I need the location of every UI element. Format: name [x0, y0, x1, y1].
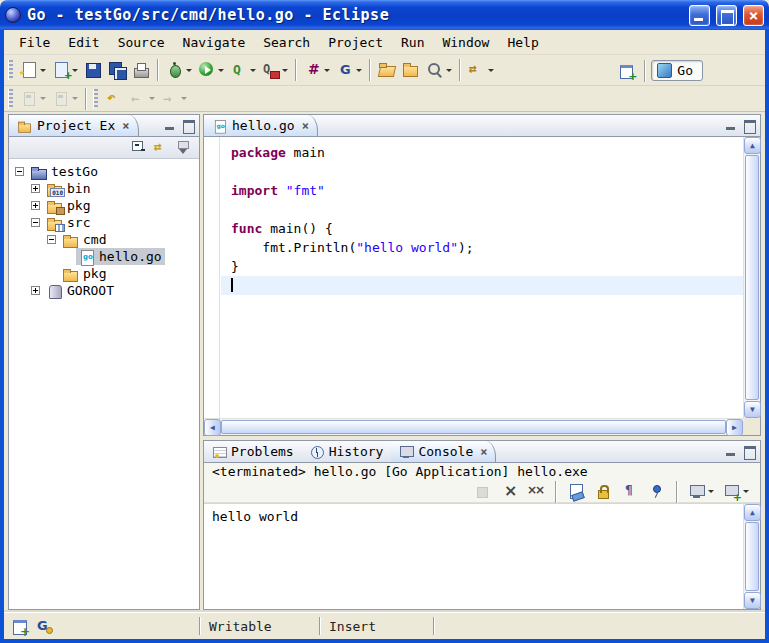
tab-console[interactable]: Console× — [391, 441, 496, 462]
tree-expander-plus-icon[interactable] — [31, 184, 40, 193]
titlebar[interactable]: Go - testGo/src/cmd/hello.go - Eclipse — [0, 0, 769, 30]
last-edit-location-button[interactable] — [102, 87, 126, 111]
toolbar-drag-handle[interactable] — [8, 89, 13, 109]
tree-item-hello-go[interactable]: hello.go — [9, 248, 199, 265]
dropdown-arrow-icon[interactable] — [40, 69, 46, 72]
open-resource-button[interactable] — [399, 58, 423, 82]
next-annotation-button[interactable] — [17, 87, 49, 111]
maximize-view-icon[interactable] — [181, 119, 195, 132]
open-console-button[interactable] — [720, 480, 752, 504]
scroll-up-arrow-icon[interactable]: ▲ — [744, 137, 761, 154]
new-go-project-button[interactable] — [49, 58, 81, 82]
code-line-1[interactable]: package main — [221, 143, 743, 162]
tree-node[interactable]: pkg — [60, 265, 109, 282]
fast-view-icon[interactable] — [12, 618, 29, 635]
dropdown-arrow-icon[interactable] — [186, 69, 192, 72]
remove-launch-button[interactable] — [497, 480, 521, 504]
code-line-7[interactable]: } — [221, 257, 743, 276]
dropdown-arrow-icon[interactable] — [40, 97, 46, 100]
annotation-ruler[interactable] — [204, 137, 220, 418]
tree-item-bin[interactable]: bin — [9, 180, 199, 197]
code-line-8[interactable] — [221, 276, 743, 295]
dropdown-arrow-icon[interactable] — [446, 69, 452, 72]
close-tab-icon[interactable]: × — [302, 119, 309, 133]
tree-item-src[interactable]: src — [9, 214, 199, 231]
tab-problems[interactable]: Problems — [204, 441, 302, 462]
link-with-editor-button[interactable] — [152, 139, 172, 157]
tree-node[interactable]: hello.go — [76, 248, 165, 265]
remove-all-terminated-button[interactable] — [524, 480, 548, 504]
dropdown-arrow-icon[interactable] — [218, 69, 224, 72]
scroll-left-arrow-icon[interactable]: ◀ — [204, 419, 221, 436]
tree-node[interactable]: testGo — [28, 163, 101, 180]
tree-node[interactable]: cmd — [60, 231, 109, 248]
console-vertical-scrollbar[interactable]: ▲ ▼ — [743, 504, 760, 609]
scroll-down-arrow-icon[interactable]: ▼ — [744, 401, 761, 418]
editor-vertical-scrollbar[interactable]: ▲ ▼ — [743, 137, 760, 418]
minimize-view-icon[interactable] — [163, 119, 177, 132]
scrollbar-thumb[interactable] — [745, 522, 759, 591]
external-tools-button[interactable] — [259, 58, 291, 82]
toolbar-drag-handle[interactable] — [93, 89, 98, 109]
tree-expander-minus-icon[interactable] — [31, 218, 40, 227]
menu-item-file[interactable]: File — [10, 32, 59, 53]
menu-item-help[interactable]: Help — [498, 32, 547, 53]
dropdown-arrow-icon[interactable] — [356, 69, 362, 72]
dropdown-arrow-icon[interactable] — [488, 69, 494, 72]
tree-item-testgo[interactable]: testGo — [9, 163, 199, 180]
print-button[interactable] — [129, 58, 153, 82]
team-synchronize-button[interactable] — [465, 58, 497, 82]
tree-expander-minus-icon[interactable] — [47, 235, 56, 244]
tree-item-pkg[interactable]: pkg — [9, 265, 199, 282]
tree-expander-minus-icon[interactable] — [15, 167, 24, 176]
tree-node[interactable]: bin — [44, 180, 93, 197]
tree-item-cmd[interactable]: cmd — [9, 231, 199, 248]
minimize-view-icon[interactable] — [724, 119, 738, 132]
menu-item-search[interactable]: Search — [254, 32, 319, 53]
dropdown-arrow-icon[interactable] — [282, 69, 288, 72]
maximize-view-icon[interactable] — [742, 119, 756, 132]
open-folder-button[interactable] — [375, 58, 399, 82]
scroll-up-arrow-icon[interactable]: ▲ — [744, 504, 761, 521]
code-line-6[interactable]: fmt.Println("hello world"); — [221, 238, 743, 257]
go-tools-button[interactable] — [333, 58, 365, 82]
scroll-right-arrow-icon[interactable]: ▶ — [726, 419, 743, 436]
new-wizard-button[interactable] — [17, 58, 49, 82]
scrollbar-thumb[interactable] — [221, 420, 726, 434]
maximize-view-icon[interactable] — [742, 445, 756, 458]
dropdown-arrow-icon[interactable] — [181, 97, 187, 100]
menu-item-source[interactable]: Source — [109, 32, 174, 53]
debug-button[interactable] — [163, 58, 195, 82]
word-wrap-button[interactable] — [618, 480, 642, 504]
code-line-4[interactable] — [221, 200, 743, 219]
dropdown-arrow-icon[interactable] — [743, 490, 749, 493]
save-all-button[interactable] — [105, 58, 129, 82]
menu-item-edit[interactable]: Edit — [59, 32, 108, 53]
menu-item-window[interactable]: Window — [433, 32, 498, 53]
open-perspective-button[interactable] — [615, 60, 639, 82]
previous-annotation-button[interactable] — [49, 87, 81, 111]
pin-console-button[interactable] — [645, 480, 669, 504]
forward-button[interactable] — [158, 87, 190, 111]
tab-hello-go[interactable]: hello.go × — [204, 115, 318, 136]
close-button[interactable] — [743, 5, 764, 26]
dropdown-arrow-icon[interactable] — [149, 97, 155, 100]
menu-item-project[interactable]: Project — [319, 32, 392, 53]
minimize-button[interactable] — [689, 5, 710, 26]
close-tab-icon[interactable]: × — [480, 445, 487, 459]
dropdown-arrow-icon[interactable] — [250, 69, 256, 72]
run-button[interactable] — [195, 58, 227, 82]
dropdown-arrow-icon[interactable] — [72, 69, 78, 72]
menu-item-run[interactable]: Run — [392, 32, 433, 53]
tab-project-explorer[interactable]: Project Ex × — [9, 115, 139, 136]
maximize-button[interactable] — [716, 5, 737, 26]
tree-item-pkg[interactable]: pkg — [9, 197, 199, 214]
code-line-3[interactable]: import "fmt" — [221, 181, 743, 200]
go-perspective-button[interactable]: Go — [651, 60, 703, 81]
code-line-2[interactable] — [221, 162, 743, 181]
dropdown-arrow-icon[interactable] — [708, 490, 714, 493]
console-output-area[interactable]: hello world ▲ ▼ — [204, 503, 760, 609]
tree-node[interactable]: src — [44, 214, 93, 231]
tree-expander-plus-icon[interactable] — [31, 201, 40, 210]
new-go-element-button[interactable] — [301, 58, 333, 82]
